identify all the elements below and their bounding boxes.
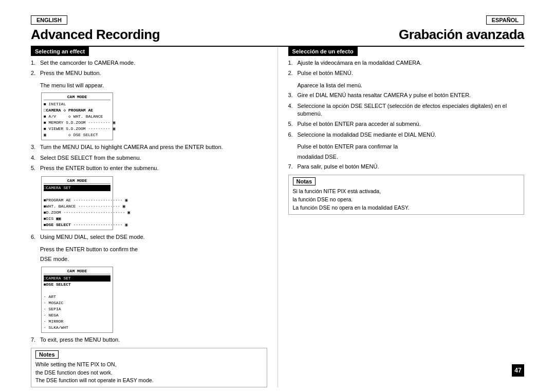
right-step-6-sub2: modalidad DSE.: [288, 153, 525, 161]
spanish-title: Grabación avanzada: [399, 27, 524, 43]
step-6-sub1: Press the ENTER button to confirm the: [31, 246, 267, 253]
right-step-3: 3. Gire el DIAL MENÚ hasta resaltar CAME…: [288, 91, 525, 99]
right-steps-3: 7. Para salir, pulse el botón MENÚ.: [288, 163, 525, 171]
left-section-header: Selecting an effect: [31, 47, 89, 56]
left-steps-4: 7. To exit, press the MENU button.: [31, 336, 267, 344]
left-notes-text: While setting the NITE PIX to ON, the DS…: [35, 361, 263, 385]
left-notes-label: Notes: [35, 350, 59, 359]
step-7: 7. To exit, press the MENU button.: [31, 336, 267, 344]
right-notes-box: Notas Si la función NITE PIX está activa…: [288, 175, 525, 214]
right-notes-text: Si la función NITE PIX está activada, la…: [293, 188, 520, 212]
step-2: 2. Press the MENU button.: [31, 69, 267, 77]
left-steps: 1. Set the camcorder to CAMERA mode. 2. …: [31, 59, 267, 78]
main-title: Advanced Recording: [31, 27, 160, 43]
right-step-5: 5. Pulse el botón ENTER para acceder al …: [288, 120, 525, 128]
right-step-6: 6. Seleccione la modalidad DSE mediante …: [288, 131, 525, 139]
step-5: 5. Press the ENTER button to enter the s…: [31, 164, 267, 172]
cam-screen-1: CAM MODE ■ INITIAL □CAMERA ◇ PROGRAM AE …: [41, 92, 113, 140]
right-steps: 1. Ajuste la videocámara en la modalidad…: [288, 59, 525, 78]
left-column: 1. Set the camcorder to CAMERA mode. 2. …: [31, 59, 278, 387]
page: ENGLISH ESPAÑOL Advanced Recording Graba…: [0, 0, 555, 392]
right-column: 1. Ajuste la videocámara en la modalidad…: [278, 59, 525, 387]
right-step-2: 2. Pulse el botón MENÚ.: [288, 69, 525, 77]
lang-badge-english: ENGLISH: [31, 15, 67, 25]
right-steps-2: 3. Gire el DIAL MENÚ hasta resaltar CAME…: [288, 91, 525, 139]
left-steps-2: 3. Turn the MENU DIAL to highlight CAMER…: [31, 143, 267, 172]
right-step-4: 4. Seleccione la opción DSE SELECT (sele…: [288, 102, 525, 118]
right-step-2-sub: Aparece la lista del menú.: [288, 82, 525, 89]
step-6: 6. Using MENU DIAL, select the DSE mode.: [31, 233, 267, 241]
cam-screen-2: CAM MODE □CAMERA SET ■PROGRAM AE ·······…: [41, 176, 113, 230]
right-notes-label: Notas: [293, 177, 316, 185]
step-4: 4. Select DSE SELECT from the submenu.: [31, 154, 267, 162]
lang-badge-espanol: ESPAÑOL: [486, 15, 524, 25]
right-section-header: Selección de un efecto: [288, 47, 358, 56]
lang-badges: ENGLISH ESPAÑOL: [31, 15, 524, 25]
page-number: 47: [512, 364, 524, 377]
right-step-1: 1. Ajuste la videocámara en la modalidad…: [288, 59, 525, 67]
step-2-sub: The menu list will appear.: [31, 82, 267, 89]
right-step-7: 7. Para salir, pulse el botón MENÚ.: [288, 163, 525, 171]
cam-screen-3: CAM MODE □CAMERA SET ■DSE SELECT · ART ·…: [41, 267, 113, 333]
step-3: 3. Turn the MENU DIAL to highlight CAMER…: [31, 143, 267, 151]
left-section-header-wrap: Selecting an effect: [31, 47, 278, 59]
left-notes-box: Notes While setting the NITE PIX to ON, …: [31, 348, 267, 387]
step-1: 1. Set the camcorder to CAMERA mode.: [31, 59, 267, 67]
right-step-6-sub1: Pulse el botón ENTER para confirmar la: [288, 143, 525, 151]
left-steps-3: 6. Using MENU DIAL, select the DSE mode.: [31, 233, 267, 241]
step-6-sub2: DSE mode.: [31, 255, 267, 263]
titles-row: Advanced Recording Grabación avanzada: [31, 27, 524, 47]
content-area: 1. Set the camcorder to CAMERA mode. 2. …: [31, 59, 524, 387]
section-headers-row: Selecting an effect Selección de un efec…: [31, 47, 524, 59]
right-section-header-wrap: Selección de un efecto: [278, 47, 525, 59]
